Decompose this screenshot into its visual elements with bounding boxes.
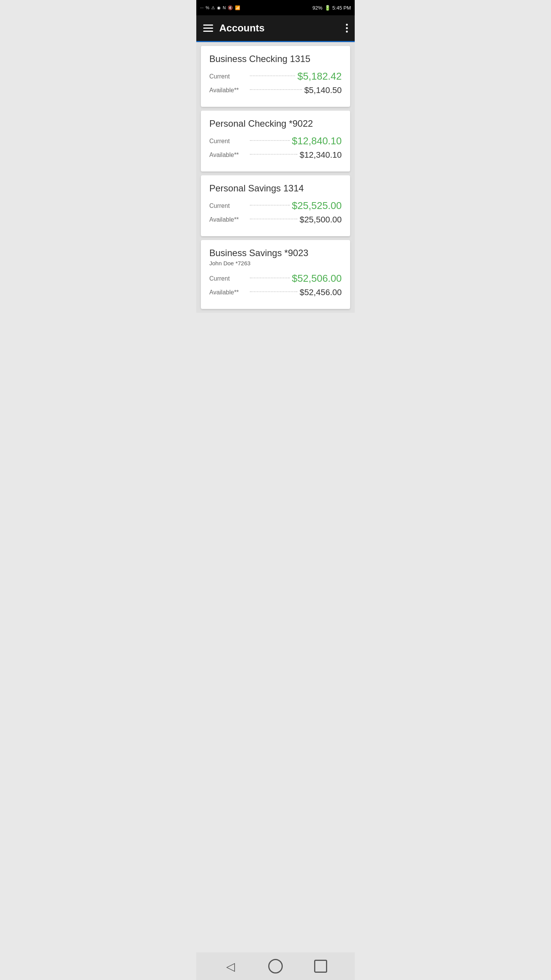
account-card[interactable]: Personal Savings 1314 Current $25,525.00… [201, 175, 350, 236]
available-label: Available** [209, 87, 248, 94]
main-content: Business Checking 1315 Current $5,182.42… [196, 42, 355, 343]
hamburger-line-2 [203, 28, 213, 29]
status-bar: ··· % ⚠ ◉ N 🔇 📶 92% 🔋 5:45 PM [196, 0, 355, 15]
more-dot-2 [346, 27, 348, 29]
available-label: Available** [209, 289, 248, 296]
dotted-separator [250, 140, 290, 141]
dotted-separator [250, 154, 297, 155]
available-amount: $52,456.00 [300, 287, 342, 297]
account-name: Personal Checking *9022 [209, 118, 342, 129]
available-amount: $25,500.00 [300, 215, 342, 225]
time-display: 5:45 PM [333, 5, 351, 11]
bluetooth-icon: ◉ [217, 5, 221, 10]
available-balance-row: Available** $25,500.00 [209, 215, 342, 225]
recents-button[interactable] [311, 957, 330, 976]
current-amount: $52,506.00 [292, 273, 342, 284]
current-balance-row: Current $52,506.00 [209, 273, 342, 284]
recents-icon [314, 960, 327, 973]
dotted-separator [250, 205, 290, 206]
current-amount: $5,182.42 [297, 70, 342, 82]
dotted-separator [250, 219, 297, 219]
available-amount: $5,140.50 [304, 85, 342, 95]
current-label: Current [209, 275, 248, 282]
current-label: Current [209, 138, 248, 145]
notification-icon: ··· [200, 5, 204, 10]
available-amount: $12,340.10 [300, 150, 342, 160]
home-icon [268, 959, 283, 973]
hamburger-line-3 [203, 31, 213, 32]
more-dot-1 [346, 24, 348, 26]
current-amount: $25,525.00 [292, 200, 342, 212]
dotted-separator [250, 291, 297, 292]
account-card[interactable]: Personal Checking *9022 Current $12,840.… [201, 111, 350, 172]
available-balance-row: Available** $12,340.10 [209, 150, 342, 160]
dotted-separator [250, 75, 295, 76]
more-options-button[interactable] [346, 24, 348, 33]
account-name: Business Checking 1315 [209, 54, 342, 64]
back-icon: ◁ [226, 960, 235, 973]
available-balance-row: Available** $52,456.00 [209, 287, 342, 297]
current-balance-row: Current $25,525.00 [209, 200, 342, 212]
navigation-bar: ◁ [196, 952, 355, 980]
status-left: ··· % ⚠ ◉ N 🔇 📶 [200, 5, 240, 10]
available-balance-row: Available** $5,140.50 [209, 85, 342, 95]
account-card[interactable]: Business Checking 1315 Current $5,182.42… [201, 46, 350, 107]
current-label: Current [209, 203, 248, 209]
current-amount: $12,840.10 [292, 135, 342, 147]
mute-icon: 🔇 [228, 5, 233, 10]
status-right: 92% 🔋 5:45 PM [313, 5, 351, 11]
account-name: Business Savings *9023 [209, 248, 342, 258]
hamburger-line-1 [203, 24, 213, 26]
wifi-icon: 📶 [235, 5, 240, 10]
dotted-separator [250, 278, 290, 278]
app-title: Accounts [219, 22, 346, 34]
current-balance-row: Current $5,182.42 [209, 70, 342, 82]
available-label: Available** [209, 216, 248, 223]
current-balance-row: Current $12,840.10 [209, 135, 342, 147]
hamburger-menu-button[interactable] [203, 24, 213, 32]
back-button[interactable]: ◁ [221, 957, 240, 976]
nfc-icon: N [223, 5, 226, 10]
account-name: Personal Savings 1314 [209, 183, 342, 194]
more-dot-3 [346, 31, 348, 33]
battery-percent: 92% [313, 5, 323, 11]
account-subtitle: John Doe *7263 [209, 260, 342, 266]
home-button[interactable] [266, 957, 285, 976]
app-bar: Accounts [196, 15, 355, 42]
available-label: Available** [209, 152, 248, 158]
dotted-separator [250, 89, 302, 90]
percent-icon: % [205, 5, 209, 10]
account-card[interactable]: Business Savings *9023 John Doe *7263 Cu… [201, 240, 350, 309]
current-label: Current [209, 73, 248, 80]
warning-icon: ⚠ [211, 5, 215, 10]
battery-icon: 🔋 [324, 5, 331, 11]
accounts-list: Business Checking 1315 Current $5,182.42… [196, 42, 355, 313]
